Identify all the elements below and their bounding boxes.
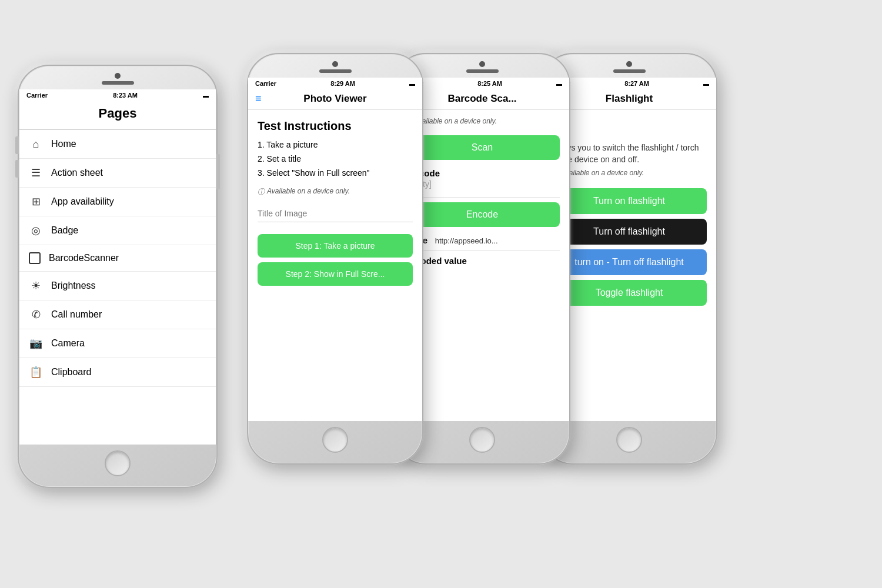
instruction-item-2: 2. Set a title (258, 154, 413, 163)
phone-icon: ✆ (29, 308, 43, 322)
phone4-status-icons: ▬ (703, 81, 709, 87)
status-icons: ▬ (203, 92, 209, 99)
list-item-badge[interactable]: ◎ Badge (19, 216, 216, 245)
phone1-screen: Carrier 8:23 AM ▬ Pages ⌂ Home ☰ Action … (19, 89, 216, 445)
phone3-status-icons: ▬ (556, 81, 562, 87)
brightness-icon: ☀ (29, 279, 43, 293)
photo-viewer-title: Photo Viewer (303, 93, 366, 105)
home-icon: ⌂ (29, 137, 43, 151)
phone3-speaker (466, 69, 499, 73)
list-item-action-sheet[interactable]: ☰ Action sheet (19, 159, 216, 188)
barcode-scanner-icon (29, 252, 41, 264)
barcode-scanner-title: Barcode Sca... (447, 93, 516, 105)
flash-description: Allows you to switch the flashlight / to… (552, 142, 707, 165)
phone3-camera (479, 61, 485, 67)
encode-button[interactable]: Encode (405, 202, 560, 227)
available-notice: ⓘ Available on a device only. (258, 187, 413, 197)
flash-notice: ⓘ Available on a device only. (552, 169, 707, 179)
phone4-camera (626, 61, 632, 67)
barcode-field: Barcode [empty] (405, 168, 560, 189)
phone2-time: 8:29 AM (276, 80, 409, 87)
phone-bottom (105, 445, 131, 487)
step1-button[interactable]: Step 1: Take a picture (258, 234, 413, 258)
flash-notice-text: Available on a device only. (561, 169, 644, 177)
home-button[interactable] (105, 450, 131, 476)
phone2-nav-bar: ≡ Photo Viewer (248, 88, 422, 110)
instructions-list: 1. Take a picture 2. Set a title 3. Sele… (258, 140, 413, 178)
list-item-call-number[interactable]: ✆ Call number (19, 300, 216, 329)
item-label-badge: Badge (51, 225, 78, 236)
action-sheet-icon: ☰ (29, 166, 43, 180)
app-availability-icon: ⊞ (29, 195, 43, 209)
phone2-camera (332, 61, 338, 67)
phone4-home-button[interactable] (616, 427, 642, 453)
phone2-speaker (319, 69, 352, 73)
list-item-clipboard[interactable]: 📋 Clipboard (19, 358, 216, 387)
phone2-status-bar: Carrier 8:29 AM ▬ (248, 78, 422, 88)
item-label-brightness: Brightness (51, 280, 96, 291)
instruction-item-3: 3. Select "Show in Full screen" (258, 168, 413, 178)
front-camera (115, 73, 121, 79)
status-bar: Carrier 8:23 AM ▬ (19, 89, 216, 100)
instruction-item-1: 1. Take a picture (258, 140, 413, 149)
phone2-status-icons: ▬ (409, 81, 415, 87)
item-label-action-sheet: Action sheet (51, 168, 103, 178)
value-field: Value http://appseed.io... (405, 235, 560, 246)
list-item-camera[interactable]: 📷 Camera (19, 329, 216, 358)
item-label-home: Home (51, 139, 76, 149)
phone3-time: 8:25 AM (423, 80, 556, 87)
item-label-camera: Camera (51, 338, 85, 349)
instructions-title: Test Instructions (258, 119, 413, 133)
turn-off-flashlight-button[interactable]: Turn off flashlight (552, 219, 707, 245)
clipboard-icon: 📋 (29, 365, 43, 379)
phone3-available-notice: ⓘ Available on a device only. (405, 117, 560, 127)
barcode-value: [empty] (405, 179, 560, 189)
step2-button[interactable]: Step 2: Show in Full Scre... (258, 262, 413, 286)
item-label-clipboard: Clipboard (51, 367, 91, 377)
separator1 (405, 197, 560, 198)
phone2-bottom (322, 421, 348, 463)
phone2-screen: Carrier 8:29 AM ▬ ≡ Photo Viewer Test In… (248, 78, 422, 421)
phone4-bottom (616, 421, 642, 463)
phone-top (19, 66, 216, 89)
pages-list: ⌂ Home ☰ Action sheet ⊞ App availability… (19, 130, 216, 387)
photo-viewer-content: Test Instructions 1. Take a picture 2. S… (248, 110, 422, 300)
item-label-app-availability: App availability (51, 196, 114, 207)
available-notice-text: Available on a device only. (267, 187, 350, 195)
list-item-brightness[interactable]: ☀ Brightness (19, 272, 216, 300)
phone4-speaker (613, 69, 646, 73)
separator2 (405, 250, 560, 251)
value-content: http://appseed.io... (435, 236, 498, 245)
camera-icon: 📷 (29, 336, 43, 350)
encoded-value-field: Encoded value (405, 256, 560, 266)
toggle-flashlight-button[interactable]: Toggle flashlight (552, 280, 707, 306)
phone2-carrier: Carrier (255, 80, 276, 87)
phone2-home-button[interactable] (322, 427, 348, 453)
list-item-app-availability[interactable]: ⊞ App availability (19, 188, 216, 216)
item-label-barcode-scanner: BarcodeScanner (49, 253, 119, 263)
phone3-available-text: Available on a device only. (414, 117, 497, 125)
phone3-bottom (469, 421, 495, 463)
phone4-time: 8:27 AM (570, 80, 703, 87)
power-button[interactable] (216, 154, 220, 189)
badge-icon: ◎ (29, 223, 43, 238)
toggle-label-button[interactable]: turn on - Turn off flashlight (552, 249, 707, 275)
lightning-icon: ⚡ (552, 117, 707, 136)
phone2-top (248, 54, 422, 78)
carrier-text: Carrier (26, 92, 48, 99)
time-display: 8:23 AM (48, 92, 203, 99)
phone-pages: Carrier 8:23 AM ▬ Pages ⌂ Home ☰ Action … (18, 65, 218, 488)
barcode-label: Barcode (405, 168, 560, 178)
flashlight-title: Flashlight (606, 93, 653, 105)
hamburger-icon[interactable]: ≡ (255, 93, 262, 104)
speaker (102, 81, 134, 85)
phone-photo-viewer: Carrier 8:29 AM ▬ ≡ Photo Viewer Test In… (247, 53, 423, 465)
list-item-barcode-scanner[interactable]: BarcodeScanner (19, 245, 216, 272)
pages-title: Pages (19, 100, 216, 130)
battery-icon: ▬ (203, 92, 209, 99)
turn-on-flashlight-button[interactable]: Turn on flashlight (552, 188, 707, 214)
phone3-home-button[interactable] (469, 427, 495, 453)
scan-button[interactable]: Scan (405, 135, 560, 160)
image-title-input[interactable] (258, 205, 413, 222)
list-item-home[interactable]: ⌂ Home (19, 130, 216, 159)
